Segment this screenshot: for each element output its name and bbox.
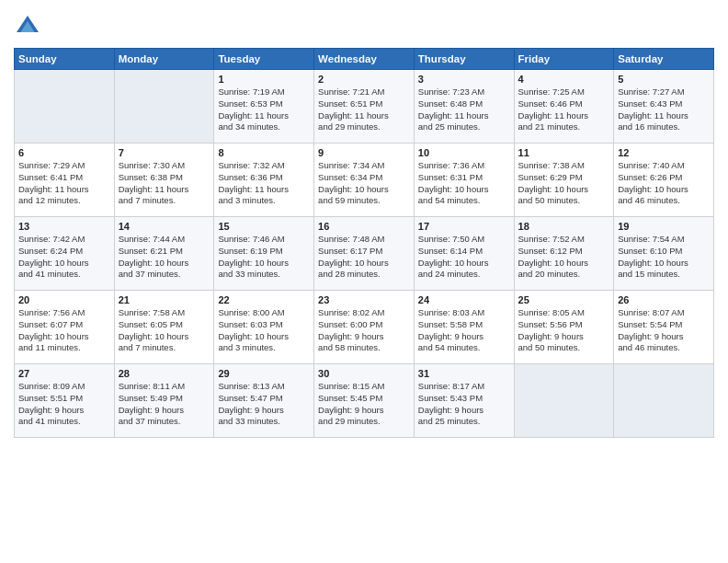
weekday-saturday: Saturday [614,49,714,70]
day-cell: 4Sunrise: 7:25 AMSunset: 6:46 PMDaylight… [514,70,614,144]
day-info: Sunrise: 8:03 AMSunset: 5:58 PMDaylight:… [418,307,484,352]
day-number: 19 [618,221,710,232]
day-cell: 15Sunrise: 7:46 AMSunset: 6:19 PMDayligh… [214,217,314,291]
day-info: Sunrise: 7:27 AMSunset: 6:43 PMDaylight:… [618,86,688,132]
weekday-header-row: SundayMondayTuesdayWednesdayThursdayFrid… [15,49,714,70]
day-info: Sunrise: 7:38 AMSunset: 6:29 PMDaylight:… [518,160,589,205]
day-info: Sunrise: 8:13 AMSunset: 5:47 PMDaylight:… [218,381,284,426]
day-number: 5 [618,74,710,85]
day-cell: 17Sunrise: 7:50 AMSunset: 6:14 PMDayligh… [414,217,514,291]
day-cell: 9Sunrise: 7:34 AMSunset: 6:34 PMDaylight… [314,144,415,217]
day-number: 29 [218,368,310,379]
day-cell [514,364,614,438]
day-number: 18 [518,221,610,232]
day-number: 3 [418,74,510,85]
day-number: 31 [418,368,510,379]
day-number: 8 [218,147,310,158]
day-cell: 18Sunrise: 7:52 AMSunset: 6:12 PMDayligh… [514,217,614,291]
day-info: Sunrise: 8:11 AMSunset: 5:49 PMDaylight:… [119,381,185,426]
day-info: Sunrise: 7:32 AMSunset: 6:36 PMDaylight:… [218,160,289,205]
day-number: 6 [18,147,110,158]
day-info: Sunrise: 7:30 AMSunset: 6:38 PMDaylight:… [119,160,189,205]
day-info: Sunrise: 8:09 AMSunset: 5:51 PMDaylight:… [18,381,85,426]
week-row-3: 20Sunrise: 7:56 AMSunset: 6:07 PMDayligh… [15,291,714,364]
day-info: Sunrise: 7:50 AMSunset: 6:14 PMDaylight:… [418,234,489,279]
day-cell: 30Sunrise: 8:15 AMSunset: 5:45 PMDayligh… [314,364,415,438]
calendar-thead: SundayMondayTuesdayWednesdayThursdayFrid… [15,49,714,70]
day-cell: 8Sunrise: 7:32 AMSunset: 6:36 PMDaylight… [214,144,314,217]
logo [14,13,45,40]
weekday-monday: Monday [114,49,214,70]
day-number: 24 [418,294,510,305]
week-row-0: 1Sunrise: 7:19 AMSunset: 6:53 PMDaylight… [15,70,714,144]
day-number: 2 [318,74,410,85]
day-number: 9 [318,147,410,158]
day-number: 23 [318,294,410,305]
day-number: 21 [119,294,210,305]
day-cell: 31Sunrise: 8:17 AMSunset: 5:43 PMDayligh… [414,364,514,438]
day-number: 15 [218,221,310,232]
day-number: 7 [119,147,210,158]
day-number: 1 [218,74,310,85]
day-info: Sunrise: 7:56 AMSunset: 6:07 PMDaylight:… [18,307,89,352]
logo-icon [14,13,41,40]
day-number: 10 [418,147,510,158]
day-number: 20 [18,294,110,305]
day-cell [114,70,214,144]
weekday-tuesday: Tuesday [214,49,314,70]
week-row-4: 27Sunrise: 8:09 AMSunset: 5:51 PMDayligh… [15,364,714,438]
day-info: Sunrise: 7:52 AMSunset: 6:12 PMDaylight:… [518,234,589,279]
day-number: 26 [618,294,710,305]
day-number: 14 [119,221,210,232]
day-number: 4 [518,74,610,85]
weekday-friday: Friday [514,49,614,70]
weekday-sunday: Sunday [15,49,115,70]
day-number: 28 [119,368,210,379]
day-cell: 25Sunrise: 8:05 AMSunset: 5:56 PMDayligh… [514,291,614,364]
day-cell: 5Sunrise: 7:27 AMSunset: 6:43 PMDaylight… [614,70,714,144]
day-cell: 11Sunrise: 7:38 AMSunset: 6:29 PMDayligh… [514,144,614,217]
day-number: 16 [318,221,410,232]
day-cell: 20Sunrise: 7:56 AMSunset: 6:07 PMDayligh… [15,291,115,364]
weekday-wednesday: Wednesday [314,49,415,70]
day-info: Sunrise: 7:19 AMSunset: 6:53 PMDaylight:… [218,86,289,132]
day-info: Sunrise: 7:42 AMSunset: 6:24 PMDaylight:… [18,234,89,279]
week-row-1: 6Sunrise: 7:29 AMSunset: 6:41 PMDaylight… [15,144,714,217]
day-info: Sunrise: 8:07 AMSunset: 5:54 PMDaylight:… [618,307,684,352]
day-cell [15,70,115,144]
day-cell: 19Sunrise: 7:54 AMSunset: 6:10 PMDayligh… [614,217,714,291]
day-cell: 14Sunrise: 7:44 AMSunset: 6:21 PMDayligh… [114,217,214,291]
calendar-header [14,9,714,40]
day-info: Sunrise: 8:02 AMSunset: 6:00 PMDaylight:… [318,307,384,352]
day-cell: 12Sunrise: 7:40 AMSunset: 6:26 PMDayligh… [614,144,714,217]
day-number: 11 [518,147,610,158]
week-row-2: 13Sunrise: 7:42 AMSunset: 6:24 PMDayligh… [15,217,714,291]
day-cell: 24Sunrise: 8:03 AMSunset: 5:58 PMDayligh… [414,291,514,364]
day-number: 30 [318,368,410,379]
day-number: 22 [218,294,310,305]
day-info: Sunrise: 7:44 AMSunset: 6:21 PMDaylight:… [119,234,189,279]
day-info: Sunrise: 7:29 AMSunset: 6:41 PMDaylight:… [18,160,89,205]
day-cell: 23Sunrise: 8:02 AMSunset: 6:00 PMDayligh… [314,291,415,364]
day-number: 17 [418,221,510,232]
day-info: Sunrise: 8:15 AMSunset: 5:45 PMDaylight:… [318,381,384,426]
calendar-table: SundayMondayTuesdayWednesdayThursdayFrid… [14,48,714,438]
day-cell: 28Sunrise: 8:11 AMSunset: 5:49 PMDayligh… [114,364,214,438]
calendar-tbody: 1Sunrise: 7:19 AMSunset: 6:53 PMDaylight… [15,70,714,438]
day-number: 25 [518,294,610,305]
day-cell: 26Sunrise: 8:07 AMSunset: 5:54 PMDayligh… [614,291,714,364]
day-cell: 2Sunrise: 7:21 AMSunset: 6:51 PMDaylight… [314,70,415,144]
day-cell: 27Sunrise: 8:09 AMSunset: 5:51 PMDayligh… [15,364,115,438]
day-number: 12 [618,147,710,158]
day-info: Sunrise: 7:48 AMSunset: 6:17 PMDaylight:… [318,234,389,279]
day-info: Sunrise: 7:36 AMSunset: 6:31 PMDaylight:… [418,160,489,205]
day-number: 27 [18,368,110,379]
day-info: Sunrise: 7:40 AMSunset: 6:26 PMDaylight:… [618,160,688,205]
day-cell: 7Sunrise: 7:30 AMSunset: 6:38 PMDaylight… [114,144,214,217]
day-cell: 16Sunrise: 7:48 AMSunset: 6:17 PMDayligh… [314,217,415,291]
day-cell: 21Sunrise: 7:58 AMSunset: 6:05 PMDayligh… [114,291,214,364]
day-info: Sunrise: 7:34 AMSunset: 6:34 PMDaylight:… [318,160,389,205]
day-info: Sunrise: 7:46 AMSunset: 6:19 PMDaylight:… [218,234,289,279]
day-info: Sunrise: 8:17 AMSunset: 5:43 PMDaylight:… [418,381,484,426]
calendar-container: SundayMondayTuesdayWednesdayThursdayFrid… [0,0,728,447]
